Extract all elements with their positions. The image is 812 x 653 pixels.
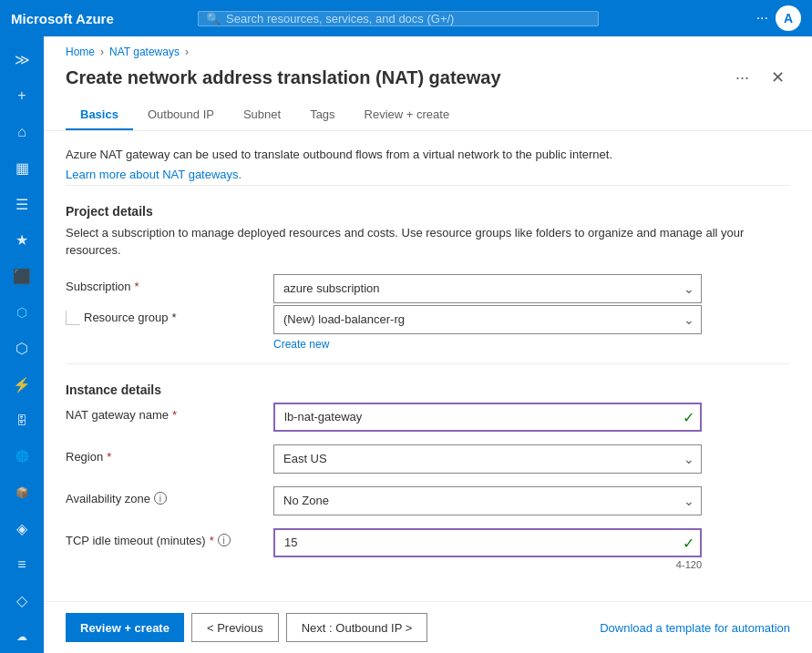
sidebar-item-function-apps[interactable]: ⚡ [4,368,40,401]
sidebar: ≫ + ⌂ ▦ ☰ ★ ⬛ ⬡ ⬡ ⚡ 🗄 🌐 📦 ◈ ≡ ◇ ☁ [0,36,44,653]
favorites-icon: ★ [15,231,28,249]
next-button[interactable]: Next : Outbound IP > [286,613,428,642]
panel-footer: Review + create < Previous Next : Outbou… [44,601,812,653]
tcp-idle-timeout-info-icon[interactable]: i [218,534,231,546]
availability-zone-field-group: Availability zone i No Zone [66,486,790,515]
resource-group-required: * [172,311,177,324]
sidebar-item-dashboard[interactable]: ▦ [4,152,40,185]
subscription-select[interactable]: azure subscription [273,274,702,303]
region-required: * [107,450,111,464]
download-template-link[interactable]: Download a template for automation [600,621,790,635]
resource-group-label: Resource group * [84,311,177,324]
resource-group-control: (New) load-balancer-rg Create new [273,305,702,351]
kubernetes-icon: ◈ [16,520,27,537]
panel-body: Azure NAT gateway can be used to transla… [44,131,812,601]
close-button[interactable]: ✕ [766,66,790,89]
brand-logo: Microsoft Azure [11,11,114,26]
subscription-select-wrapper: azure subscription [273,274,702,303]
region-select[interactable]: East US [273,444,702,474]
tab-subnet[interactable]: Subnet [229,100,295,130]
sidebar-item-cosmos[interactable]: 🌐 [4,441,40,474]
subscription-field-group: Subscription * azure subscription [66,274,790,303]
resource-group-select-wrapper: (New) load-balancer-rg [273,305,702,334]
avatar[interactable]: A [776,5,801,31]
create-panel: Home › NAT gateways › Create network add… [44,36,812,653]
create-new-link[interactable]: Create new [273,338,702,351]
breadcrumb-section[interactable]: NAT gateways [109,46,180,58]
sidebar-item-storage[interactable]: 📦 [4,476,40,509]
resource-groups-icon: ⬡ [15,340,28,357]
tab-review-create[interactable]: Review + create [350,100,465,130]
availability-zone-select[interactable]: No Zone [273,486,702,515]
tcp-idle-timeout-range-hint: 4-120 [273,559,702,570]
nat-gateway-name-label: NAT gateway name * [66,403,266,422]
sidebar-item-sql[interactable]: 🗄 [4,404,40,437]
cloud-icon: ☁ [16,630,27,643]
sidebar-item-monitor[interactable]: ≡ [4,548,40,581]
region-field-group: Region * East US [66,444,790,474]
ellipsis-button[interactable]: ··· [756,10,768,26]
sidebar-item-home[interactable]: ⌂ [4,116,40,148]
region-label: Region * [66,444,266,464]
search-input[interactable] [226,12,591,26]
panel-options-button[interactable]: ··· [730,66,755,89]
sql-icon: 🗄 [16,414,27,427]
tcp-idle-timeout-valid-icon: ✓ [683,534,694,551]
breadcrumb: Home › NAT gateways › [44,36,812,58]
storage-icon: 📦 [15,486,29,499]
indent-line [66,311,80,325]
sidebar-item-devops[interactable]: ◇ [4,585,40,617]
main-content: Home › NAT gateways › Create network add… [44,36,812,653]
region-select-wrapper: East US [273,444,702,474]
dashboard-icon: ▦ [15,159,29,177]
subscription-label: Subscription * [66,274,266,293]
tcp-idle-timeout-control: ✓ 4-120 [273,528,702,570]
top-nav: Microsoft Azure 🔍 ··· A [0,0,812,36]
tcp-idle-timeout-label: TCP idle timeout (minutes) * i [66,528,266,547]
info-text: Azure NAT gateway can be used to transla… [66,146,790,164]
tab-tags[interactable]: Tags [295,100,349,130]
previous-button[interactable]: < Previous [191,613,279,642]
sidebar-item-all[interactable]: ⬛ [4,260,40,293]
sidebar-item-create[interactable]: + [4,80,40,113]
panel-header: Create network address translation (NAT)… [44,58,812,89]
availability-zone-info-icon[interactable]: i [154,492,167,505]
region-control: East US [273,444,702,474]
search-bar[interactable]: 🔍 [198,11,599,26]
sidebar-item-collapse[interactable]: ≫ [4,44,40,77]
availability-zone-label: Availability zone i [66,486,266,505]
devops-icon: ◇ [16,592,27,609]
nat-gateway-name-valid-icon: ✓ [683,408,694,425]
divider-2 [66,363,790,364]
learn-more-link[interactable]: Learn more about NAT gateways. [66,168,242,181]
sidebar-item-resource-groups[interactable]: ⬡ [4,332,40,365]
sidebar-item-menu[interactable]: ☰ [4,188,40,220]
page-title: Create network address translation (NAT)… [66,67,719,88]
resource-group-field-group: Resource group * (New) load-balancer-rg … [66,305,790,351]
tcp-idle-timeout-required: * [210,534,214,547]
resource-group-select[interactable]: (New) load-balancer-rg [273,305,702,334]
tcp-idle-timeout-input[interactable] [273,528,702,557]
tcp-idle-timeout-input-wrapper: ✓ [273,528,702,557]
nat-gateway-name-control: ✓ [273,403,702,432]
nat-gateway-name-field-group: NAT gateway name * ✓ [66,403,790,432]
sidebar-item-cloud[interactable]: ☁ [4,621,40,654]
subscription-required: * [135,280,139,293]
azure-ad-icon: ⬡ [16,305,27,320]
sidebar-item-favorites[interactable]: ★ [4,224,40,257]
availability-zone-select-wrapper: No Zone [273,486,702,515]
home-icon: ⌂ [17,124,26,140]
tab-basics[interactable]: Basics [66,100,133,130]
app-layout: ≫ + ⌂ ▦ ☰ ★ ⬛ ⬡ ⬡ ⚡ 🗄 🌐 📦 ◈ ≡ ◇ ☁ Home ›… [0,36,812,653]
sidebar-item-aad[interactable]: ⬡ [4,296,40,329]
create-icon: + [17,87,26,104]
divider-1 [66,185,790,186]
review-create-button[interactable]: Review + create [66,613,184,642]
monitor-icon: ≡ [17,556,26,573]
nat-gateway-name-input[interactable] [273,403,702,432]
breadcrumb-sep-2: › [185,46,189,58]
tab-outbound-ip[interactable]: Outbound IP [133,100,229,130]
sidebar-item-kubernetes[interactable]: ◈ [4,513,40,546]
breadcrumb-home[interactable]: Home [66,46,95,58]
instance-details-title: Instance details [66,383,790,397]
